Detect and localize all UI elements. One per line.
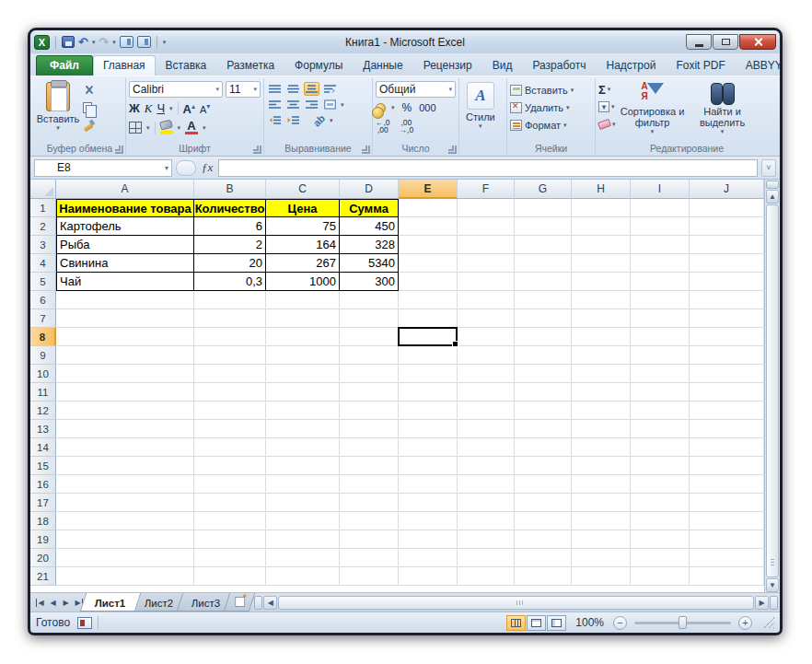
tab-Разметка[interactable]: Разметка xyxy=(216,55,284,76)
cell-G20[interactable] xyxy=(515,549,572,567)
borders-icon[interactable] xyxy=(129,122,142,134)
restore-button[interactable] xyxy=(713,34,738,50)
expand-formula-bar-button[interactable]: ˅ xyxy=(761,159,776,177)
fill-button[interactable]: ▼▾ xyxy=(598,99,616,114)
cell-J7[interactable] xyxy=(690,309,764,328)
cell-E21[interactable] xyxy=(399,567,458,586)
cell-F20[interactable] xyxy=(458,549,515,567)
cell-H4[interactable] xyxy=(572,254,631,273)
cell-C19[interactable] xyxy=(266,530,340,549)
row-header-19[interactable]: 19 xyxy=(30,530,56,549)
cell-G11[interactable] xyxy=(515,383,572,402)
shrink-font-button[interactable]: A xyxy=(200,100,210,116)
cell-F11[interactable] xyxy=(458,383,515,402)
number-format-combo[interactable]: Общий▾ xyxy=(376,81,456,98)
cell-B19[interactable] xyxy=(194,530,266,549)
scroll-down-button[interactable]: ▼ xyxy=(766,578,779,592)
cell-E16[interactable] xyxy=(399,475,458,494)
cell-H19[interactable] xyxy=(572,530,631,549)
horizontal-scroll-thumb[interactable] xyxy=(278,596,754,610)
styles-button[interactable]: А Стили ▾ xyxy=(462,80,499,142)
align-center-button[interactable] xyxy=(285,98,301,111)
tab-Формулы[interactable]: Формулы xyxy=(284,55,353,76)
cell-J5[interactable] xyxy=(690,273,764,291)
vertical-scroll-thumb[interactable] xyxy=(766,204,779,577)
cell-G15[interactable] xyxy=(515,457,572,475)
cell-G1[interactable] xyxy=(515,199,572,217)
redo-dropdown-icon[interactable]: ▾ xyxy=(112,39,116,46)
cell-E1[interactable] xyxy=(399,199,458,217)
cell-J15[interactable] xyxy=(690,457,764,475)
cell-J11[interactable] xyxy=(690,383,764,402)
row-header-6[interactable]: 6 xyxy=(30,291,56,309)
cell-A15[interactable] xyxy=(56,457,194,475)
cell-G13[interactable] xyxy=(515,420,572,438)
cell-B2[interactable]: 6 xyxy=(194,217,266,236)
cell-E17[interactable] xyxy=(399,494,458,512)
cell-D4[interactable]: 5340 xyxy=(340,254,399,273)
cell-A12[interactable] xyxy=(56,402,194,420)
font-name-combo[interactable]: Calibri▾ xyxy=(129,81,223,98)
column-header-J[interactable]: J xyxy=(690,180,764,199)
cell-G16[interactable] xyxy=(515,475,572,494)
cell-B17[interactable] xyxy=(194,494,266,512)
sheet-tab-Лист1[interactable]: Лист1 xyxy=(80,593,141,612)
sort-filter-button[interactable]: А Я Сортировка и фильтр ▾ xyxy=(620,80,686,142)
save-icon[interactable] xyxy=(62,36,75,48)
insert-function-button[interactable]: ƒx xyxy=(200,160,215,175)
cell-H17[interactable] xyxy=(572,494,631,512)
column-header-A[interactable]: A xyxy=(56,180,194,199)
number-dialog-launcher-icon[interactable] xyxy=(448,146,457,154)
cell-E14[interactable] xyxy=(399,438,458,457)
cell-E10[interactable] xyxy=(399,365,458,383)
cell-D16[interactable] xyxy=(340,475,399,494)
cell-C3[interactable]: 164 xyxy=(266,236,340,254)
cell-C18[interactable] xyxy=(266,512,340,530)
format-cells-button[interactable]: Формат▾ xyxy=(510,118,574,133)
row-header-10[interactable]: 10 xyxy=(30,365,56,383)
cell-D9[interactable] xyxy=(340,346,399,365)
cell-G7[interactable] xyxy=(515,309,572,328)
cell-I7[interactable] xyxy=(631,309,690,328)
toolbar-icon[interactable] xyxy=(137,36,151,48)
cell-H18[interactable] xyxy=(572,512,631,530)
cell-B18[interactable] xyxy=(194,512,266,530)
cell-D12[interactable] xyxy=(340,402,399,420)
row-header-9[interactable]: 9 xyxy=(30,346,56,365)
increase-decimal-button[interactable]: ←,0 ,00 xyxy=(376,119,390,134)
cell-I2[interactable] xyxy=(631,217,690,236)
cell-D6[interactable] xyxy=(340,291,399,309)
cell-C14[interactable] xyxy=(266,438,340,457)
cell-D8[interactable] xyxy=(340,328,399,346)
scroll-right-button[interactable]: ▶ xyxy=(755,596,769,610)
cell-F14[interactable] xyxy=(458,438,515,457)
cell-B8[interactable] xyxy=(194,328,266,346)
cell-C10[interactable] xyxy=(266,365,340,383)
cell-F13[interactable] xyxy=(458,420,515,438)
cell-H5[interactable] xyxy=(572,273,631,291)
cell-A7[interactable] xyxy=(56,309,194,328)
row-header-2[interactable]: 2 xyxy=(30,217,56,236)
font-dialog-launcher-icon[interactable] xyxy=(253,146,261,154)
tab-Вид[interactable]: Вид xyxy=(482,55,523,76)
cell-C21[interactable] xyxy=(266,567,340,586)
cell-A13[interactable] xyxy=(56,420,194,438)
cell-F8[interactable] xyxy=(458,328,515,346)
cell-H15[interactable] xyxy=(572,457,631,475)
name-box-dropdown-icon[interactable]: ▾ xyxy=(165,164,168,172)
cell-H6[interactable] xyxy=(572,291,631,309)
align-top-button[interactable] xyxy=(267,82,283,96)
cell-B3[interactable]: 2 xyxy=(194,236,266,254)
tab-Данные[interactable]: Данные xyxy=(353,55,412,76)
cell-A16[interactable] xyxy=(56,475,194,494)
alignment-dialog-launcher-icon[interactable] xyxy=(362,146,370,154)
cell-E4[interactable] xyxy=(399,254,458,273)
cell-J20[interactable] xyxy=(690,549,764,567)
cell-H3[interactable] xyxy=(572,236,631,254)
cell-F16[interactable] xyxy=(458,475,515,494)
cell-B4[interactable]: 20 xyxy=(194,254,266,273)
cell-H9[interactable] xyxy=(572,346,631,365)
cell-B20[interactable] xyxy=(194,549,266,567)
cell-J18[interactable] xyxy=(690,512,764,530)
cell-D1[interactable]: Сумма xyxy=(340,199,399,217)
